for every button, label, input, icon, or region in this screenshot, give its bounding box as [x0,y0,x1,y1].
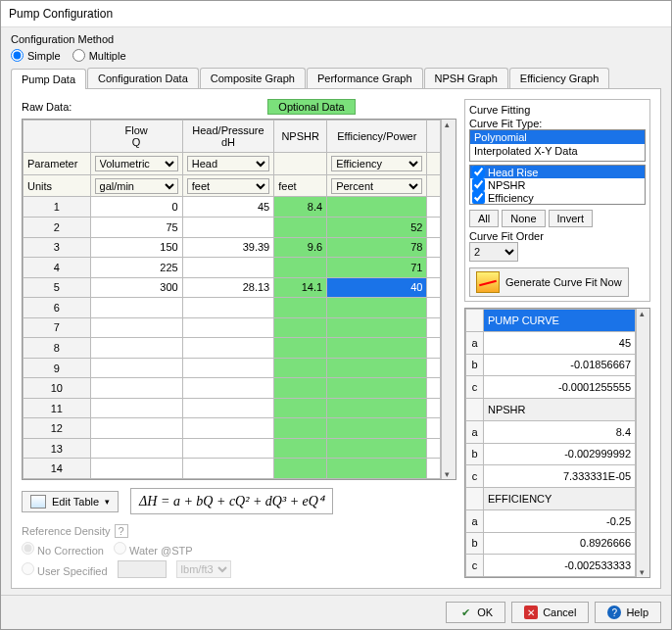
coef-row: b-0.01856667 [466,354,636,376]
table-row[interactable]: 530028.1314.140 [24,277,441,298]
tab-strip: Pump DataConfiguration DataComposite Gra… [11,68,661,88]
radio-user-specified: User Specified [22,562,108,577]
curve-fit-type-option[interactable]: Interpolated X-Y Data [470,144,645,158]
none-button[interactable]: None [502,210,545,227]
ok-button[interactable]: ✔OK [446,602,505,623]
head-units-select[interactable]: feet [187,178,270,194]
edit-table-label: Edit Table [52,496,99,508]
curve-fitting-title: Curve Fitting [469,104,646,116]
window-title: Pump Configuration [1,1,671,27]
radio-no-correction: No Correction [22,542,104,557]
edit-table-button[interactable]: Edit Table ▾ [22,491,119,512]
flow-param-select[interactable]: Volumetric [95,156,178,171]
content-area: Configuration Method Simple Multiple Pum… [1,27,671,595]
series-check-npshr[interactable]: NPSHR [470,178,645,191]
coef-row: a8.4 [466,420,636,443]
help-icon: ? [115,524,128,538]
radio-simple-label: Simple [27,50,61,62]
invert-button[interactable]: Invert [549,210,594,227]
coef-row: b-0.002999992 [466,443,636,465]
curve-fit-order-select[interactable]: 2 [469,242,518,262]
table-row[interactable]: 10 [24,378,441,399]
tab-pump-data[interactable]: Pump Data [11,69,86,89]
eff-units-select[interactable]: Percent [331,178,422,194]
reference-density-group: Reference Density? No Correction Water @… [22,524,456,578]
dialog-button-bar: ✔OK ✕Cancel ?Help [1,595,671,629]
tab-body: Raw Data: Optional Data FlowQHead/Pressu… [11,88,661,589]
cancel-button[interactable]: ✕Cancel [511,602,589,623]
coef-row: c-0.0001255555 [466,376,636,399]
table-row[interactable]: 13 [24,438,441,459]
table-row[interactable]: 8 [24,338,441,359]
curve-fit-type-list[interactable]: PolynomialInterpolated X-Y Data [469,129,646,162]
table-scrollbar[interactable] [441,120,456,479]
help-circle-icon: ? [607,606,621,619]
coef-row: a-0.25 [466,509,636,532]
curve-series-list[interactable]: Head Rise NPSHR Efficiency [469,165,646,205]
table-row[interactable]: 7 [24,317,441,338]
coefficient-table: PUMP CURVEa45b-0.01856667c-0.0001255555N… [464,308,650,578]
density-value-input [118,560,167,578]
curve-fit-type-label: Curve Fit Type: [469,118,646,129]
series-check-head-rise[interactable]: Head Rise [470,166,645,178]
chevron-down-icon: ▾ [105,497,110,507]
tab-configuration-data[interactable]: Configuration Data [87,68,199,88]
check-icon: ✔ [458,606,472,619]
table-row[interactable]: 6 [24,298,441,318]
tab-composite-graph[interactable]: Composite Graph [200,68,306,88]
close-icon: ✕ [524,606,538,619]
ref-density-title: Reference Density [22,525,111,537]
chart-icon [476,271,500,293]
curve-fit-type-option[interactable]: Polynomial [470,130,645,144]
tab-performance-graph[interactable]: Performance Graph [307,68,423,88]
density-units-select: lbm/ft3 [176,560,231,578]
radio-water-stp: Water @STP [114,542,193,557]
table-row[interactable]: 315039.399.678 [24,237,441,258]
formula-display: ΔH = a + bQ + cQ² + dQ³ + eQ⁴ [130,488,333,514]
config-method-group: Configuration Method Simple Multiple [11,33,661,68]
coef-row: a45 [466,331,636,354]
help-button[interactable]: ?Help [595,602,661,623]
radio-simple[interactable]: Simple [11,49,61,62]
table-row[interactable]: 9 [24,358,441,378]
tab-efficiency-graph[interactable]: Efficiency Graph [509,68,610,88]
eff-param-select[interactable]: Efficiency [331,156,422,171]
radio-multiple[interactable]: Multiple [72,49,126,62]
table-row[interactable]: 10458.4 [24,197,441,218]
table-row[interactable]: 11 [24,398,441,418]
table-row[interactable]: 12 [24,418,441,439]
coef-row: b0.8926666 [466,532,636,555]
raw-data-label: Raw Data: [22,101,72,113]
radio-multiple-label: Multiple [89,50,126,62]
optional-data-badge: Optional Data [267,99,355,115]
generate-curve-fit-button[interactable]: Generate Curve Fit Now [469,267,629,297]
generate-curve-fit-label: Generate Curve Fit Now [505,276,622,288]
table-row[interactable]: 27552 [24,218,441,238]
config-method-legend: Configuration Method [11,33,114,45]
all-button[interactable]: All [469,210,499,227]
head-param-select[interactable]: Head [187,156,270,171]
curve-fit-order-label: Curve Fit Order [469,230,646,242]
raw-data-table: FlowQHead/PressuredHNPSHREfficiency/Powe… [22,119,456,480]
tab-npsh-graph[interactable]: NPSH Graph [424,68,508,88]
table-edit-icon [30,495,46,509]
coef-row: c-0.002533333 [466,555,636,577]
curve-fitting-panel: Curve Fitting Curve Fit Type: Polynomial… [464,99,650,302]
coef-scrollbar[interactable] [636,309,649,577]
flow-units-select[interactable]: gal/min [95,178,178,194]
coef-row: c7.333331E-05 [466,465,636,488]
table-row[interactable]: 14 [24,459,441,479]
table-row[interactable]: 422571 [24,258,441,278]
series-check-efficiency[interactable]: Efficiency [470,191,645,204]
